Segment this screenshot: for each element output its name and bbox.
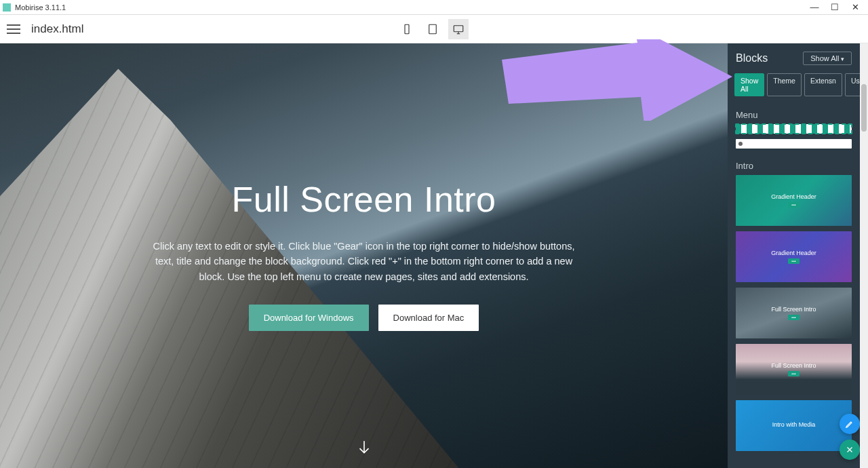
filter-show-all[interactable]: Show All: [734, 73, 764, 96]
download-windows-button[interactable]: Download for Windows: [249, 305, 369, 331]
scroll-down-arrow-icon[interactable]: [355, 438, 373, 459]
phone-icon: [401, 23, 413, 35]
svg-rect-1: [429, 24, 437, 34]
toolbar: index.html: [0, 15, 868, 43]
close-icon: [846, 446, 854, 454]
desktop-icon: [452, 23, 465, 35]
window-minimize-button[interactable]: —: [804, 2, 825, 12]
current-filename: index.html: [31, 22, 83, 36]
filter-extensn[interactable]: Extensn: [804, 73, 842, 96]
intro-block-thumb-media[interactable]: Intro with Media: [736, 400, 852, 451]
hero-description[interactable]: Click any text to edit or style it. Clic…: [147, 239, 581, 284]
edit-fab-button[interactable]: [840, 414, 860, 434]
intro-block-thumb-fullscreen-1[interactable]: Full Screen Intro•••: [736, 288, 852, 338]
close-panel-fab-button[interactable]: [840, 440, 860, 460]
pencil-icon: [845, 419, 854, 429]
hero-title[interactable]: Full Screen Intro: [41, 179, 687, 220]
blocks-panel: Blocks Show All Show All Theme Extensn U…: [728, 43, 860, 468]
tablet-icon: [427, 23, 439, 35]
hero-content: Full Screen Intro Click any text to edit…: [0, 179, 728, 331]
device-desktop-button[interactable]: [448, 19, 469, 39]
device-phone-button[interactable]: [397, 19, 417, 39]
menu-block-thumb-2[interactable]: [736, 139, 852, 149]
app-icon: [3, 3, 11, 12]
device-tablet-button[interactable]: [422, 19, 443, 39]
section-menu-label: Menu: [728, 103, 860, 124]
device-preview-switcher: [397, 19, 469, 39]
svg-rect-2: [454, 25, 463, 31]
intro-block-thumb-gradient-2[interactable]: Gradient Header•••: [736, 231, 852, 282]
svg-rect-0: [405, 24, 409, 34]
blocks-panel-title: Blocks: [736, 52, 768, 64]
editor-canvas[interactable]: Full Screen Intro Click any text to edit…: [0, 43, 728, 468]
scrollbar-thumb[interactable]: [861, 84, 867, 132]
app-title: Mobirise 3.11.1: [15, 3, 66, 12]
window-close-button[interactable]: ✕: [845, 2, 865, 12]
section-intro-label: Intro: [728, 154, 860, 175]
blocks-filter-row: Show All Theme Extensn User: [728, 73, 860, 103]
download-mac-button[interactable]: Download for Mac: [378, 305, 479, 331]
intro-block-thumb-gradient-1[interactable]: Gradient Header•••: [736, 175, 852, 226]
menu-block-thumb-1[interactable]: [736, 124, 852, 134]
window-maximize-button[interactable]: ☐: [825, 2, 845, 12]
intro-block-thumb-fullscreen-2[interactable]: Full Screen Intro•••: [736, 344, 852, 395]
panel-vertical-scrollbar[interactable]: [860, 43, 868, 468]
blocks-showall-dropdown[interactable]: Show All: [803, 52, 852, 65]
hamburger-menu-button[interactable]: [7, 21, 23, 37]
filter-theme[interactable]: Theme: [767, 73, 802, 96]
window-titlebar: Mobirise 3.11.1 — ☐ ✕: [0, 0, 868, 15]
